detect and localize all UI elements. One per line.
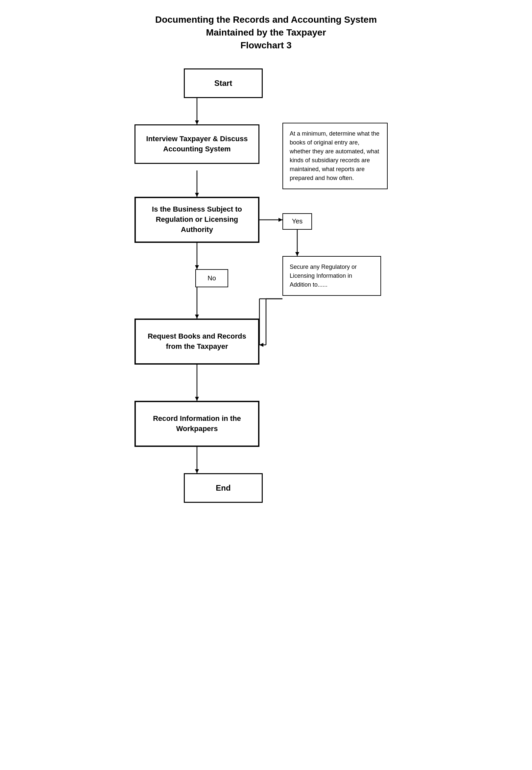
svg-marker-21: [195, 397, 199, 401]
interview-label: Interview Taxpayer & Discuss Accounting …: [141, 134, 253, 154]
end-label: End: [216, 482, 230, 493]
svg-marker-23: [195, 469, 199, 473]
svg-marker-19: [259, 343, 263, 347]
regulation-label: Is the Business Subject to Regulation or…: [142, 205, 252, 235]
regulatory-box: Secure any Regulatory or Licensing Infor…: [282, 256, 381, 296]
svg-marker-11: [295, 252, 299, 256]
yes-label-box: Yes: [282, 213, 312, 230]
note-box: At a minimum, determine what the books o…: [282, 123, 388, 189]
record-label: Record Information in the Workpapers: [142, 414, 252, 434]
svg-marker-3: [195, 193, 199, 197]
start-label: Start: [214, 78, 232, 89]
yes-label: Yes: [292, 218, 303, 225]
no-label: No: [207, 275, 216, 282]
note-text: At a minimum, determine what the books o…: [290, 130, 379, 181]
end-box: End: [184, 473, 263, 503]
interview-box: Interview Taxpayer & Discuss Accounting …: [134, 124, 259, 164]
svg-marker-5: [195, 265, 199, 269]
start-box: Start: [184, 68, 263, 98]
request-label: Request Books and Records from the Taxpa…: [142, 331, 252, 352]
regulatory-text: Secure any Regulatory or Licensing Infor…: [290, 264, 357, 288]
svg-marker-9: [278, 218, 282, 222]
request-box: Request Books and Records from the Taxpa…: [134, 319, 259, 365]
page-title: Documenting the Records and Accounting S…: [155, 13, 377, 52]
no-label-box: No: [195, 269, 228, 287]
regulation-box: Is the Business Subject to Regulation or…: [134, 197, 259, 243]
svg-marker-7: [195, 315, 199, 319]
record-box: Record Information in the Workpapers: [134, 401, 259, 447]
svg-marker-1: [195, 120, 199, 124]
